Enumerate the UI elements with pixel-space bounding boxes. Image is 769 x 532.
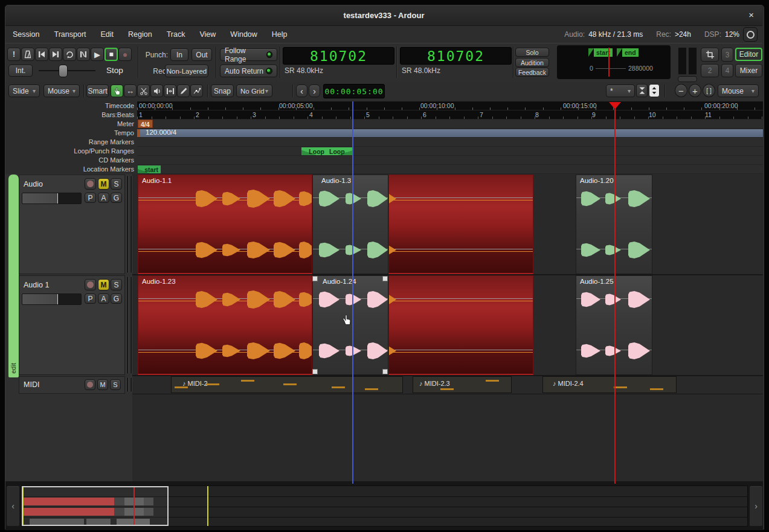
midi-note[interactable] [241,380,254,382]
midi-region[interactable]: ♪ MIDI-2 [171,376,403,393]
midi-note[interactable] [332,386,345,388]
meter-marker[interactable]: 4/4 [138,120,153,128]
midi-region[interactable]: ♪ MIDI-2.3 [413,376,512,393]
tempo-bar[interactable] [137,129,763,137]
automation-button[interactable]: A [98,193,109,203]
edit-point-dropdown[interactable]: Mouse▾ [718,85,759,97]
track-zoom-bar[interactable] [126,276,129,374]
audio-region[interactable]: Audio-1.23 [138,275,312,375]
summary-viewport[interactable] [22,486,169,526]
midi-note[interactable] [283,383,297,385]
track-name[interactable]: MIDI [24,380,39,389]
punch-in-button[interactable]: In [170,48,188,61]
marker-dropdown[interactable]: *▾ [606,85,635,97]
track-zoom-bar[interactable] [130,276,132,374]
midi-note[interactable] [206,383,219,385]
nav-prev-button[interactable]: ‹ [296,85,307,97]
title-bar[interactable]: testardev333 - Ardour × [5,5,762,26]
midi-note[interactable] [440,388,454,390]
ruler-label-location-markers[interactable]: Location Markers [5,165,137,174]
goto-end-button[interactable] [49,48,62,61]
stop-button[interactable]: ■ [105,48,118,61]
ruler-label-cd-markers[interactable]: CD Markers [5,156,137,165]
audio-region[interactable] [388,275,533,375]
track-name[interactable]: Audio [24,180,43,188]
trim-handle[interactable] [382,276,388,281]
smart-mode-button[interactable]: Smart [86,85,109,97]
gain-fader[interactable] [22,193,82,204]
menu-region[interactable]: Region [121,30,159,39]
menu-edit[interactable]: Edit [94,30,121,39]
primary-clock[interactable]: 810702 [283,47,394,65]
metronome-button[interactable] [21,48,34,61]
range-tool-button[interactable]: ↔ [124,85,137,97]
play-selection-button[interactable] [77,48,90,61]
menu-view[interactable]: View [192,30,223,39]
expand-tracks-button[interactable] [649,84,660,97]
track-header-midi[interactable]: MIDI M S [19,376,125,394]
nav-next-button[interactable]: › [309,85,320,97]
zoom-to-session-button[interactable]: [ ] [703,84,715,97]
track-header-audio[interactable]: Audio M S P A G [19,175,125,274]
record-arm-button[interactable] [85,279,96,290]
follow-range-button[interactable]: Follow Range [220,48,277,61]
loop-start-marker[interactable]: Loop [301,147,327,156]
trim-handle[interactable] [312,369,318,374]
editor-tab-button[interactable]: Editor [735,48,762,61]
track-header-audio1[interactable]: Audio 1 M S P A G [19,275,125,375]
loop-end-marker[interactable]: Loop [327,147,353,156]
menu-help[interactable]: Help [265,30,295,39]
midi-note[interactable] [175,386,188,388]
play-button[interactable]: ▶ [91,48,104,61]
session-overview[interactable] [21,486,748,527]
bars-beats-ruler[interactable]: 1 2 3 4 5 6 7 8 9 10 11 [137,111,763,120]
group-button[interactable]: G [111,293,122,304]
solo-button-track[interactable]: S [111,178,122,190]
shrink-tracks-button[interactable] [636,84,648,97]
location-markers-ruler[interactable]: start [137,165,763,174]
timecode-ruler[interactable]: 00:00:00:00 00:00:05:00 00:00:10:00 00:0… [137,101,763,111]
pan-button[interactable]: P [85,293,96,304]
ruler-label-meter[interactable]: Meter [5,120,137,129]
pane-3-button[interactable]: 3 [721,48,733,62]
midi-note[interactable] [365,388,378,390]
grab-tool-button[interactable] [111,85,123,97]
summary-scroll-left-button[interactable]: ‹ [6,486,20,527]
ruler-label-loop-punch[interactable]: Loop/Punch Ranges [5,147,137,156]
mini-timeline[interactable] [557,45,671,79]
selection-tool-button[interactable] [701,48,719,62]
menu-track[interactable]: Track [159,30,193,39]
group-button[interactable]: G [111,193,122,203]
loop-punch-ruler[interactable]: Loop Loop [137,147,763,156]
log-button[interactable] [743,27,758,42]
mute-button[interactable]: M [98,178,109,190]
cut-tool-button[interactable] [137,85,150,97]
draw-tool-button[interactable] [177,85,190,97]
playhead-marker[interactable] [609,102,621,109]
pan-button[interactable]: P [85,193,96,203]
automation-button[interactable]: A [98,293,109,304]
shuttle-handle[interactable] [59,65,68,77]
mini-end-marker[interactable]: end [622,48,639,57]
midi-note[interactable] [486,380,499,382]
cd-markers-ruler[interactable] [137,156,763,165]
tempo-marker-grip[interactable] [137,129,140,137]
midi-panic-button[interactable]: ! [7,48,21,61]
mute-button[interactable]: M [97,379,108,390]
track-zoom-bar[interactable] [126,377,129,393]
ruler-label-tempo[interactable]: Tempo [5,129,137,138]
punch-out-button[interactable]: Out [191,48,212,61]
audition-tool-button[interactable] [150,85,163,97]
secondary-clock[interactable]: 810702 [400,47,512,65]
track-zoom-bar[interactable] [126,175,129,274]
mute-button[interactable]: M [98,279,109,290]
summary-scroll-right-button[interactable]: › [749,486,763,527]
auto-return-button[interactable]: Auto Return [220,65,277,77]
gain-fader[interactable] [22,293,82,305]
track-name[interactable]: Audio 1 [24,281,49,289]
midi-region[interactable]: ♪ MIDI-2.4 [542,376,677,393]
automation-tool-button[interactable] [190,85,203,97]
mouse-mode-dropdown[interactable]: Mouse▾ [43,85,80,97]
audio-region[interactable]: Audio-1.1 [138,175,312,274]
goto-start-button[interactable] [35,48,48,61]
